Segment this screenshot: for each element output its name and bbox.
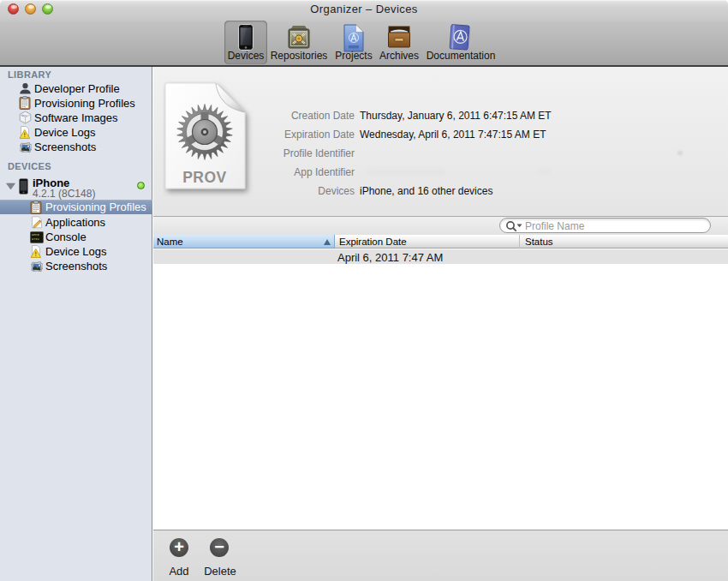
svg-text:dmg: dmg — [21, 114, 27, 117]
svg-text:9734: 9734 — [32, 237, 39, 241]
svg-text:WHSG: WHSG — [32, 233, 39, 237]
